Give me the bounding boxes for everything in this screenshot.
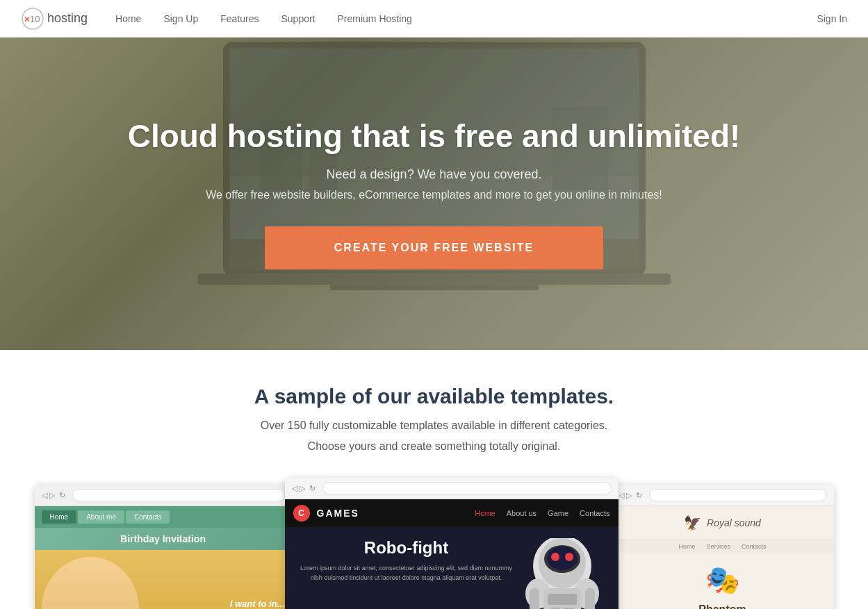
url-bar-center xyxy=(322,482,612,494)
games-title: Robo-fight xyxy=(296,538,517,558)
hero-subtitle: Need a design? We have you covered. xyxy=(128,167,741,182)
logo[interactable]: × 10 hosting xyxy=(21,7,88,31)
nav-signup[interactable]: Sign Up xyxy=(163,13,198,24)
templates-sub1: Over 150 fully customizable templates av… xyxy=(28,419,840,432)
phantom-logo-icon: 🦅 xyxy=(684,515,701,531)
left-nav-about: About me xyxy=(78,510,124,524)
nav-arrows-left: ◁ ▷ xyxy=(42,491,55,500)
template-center-content: C GAMES Home About us Game Contacts Robo… xyxy=(285,499,619,609)
phantom-logo-area: 🦅 Royal sound xyxy=(620,515,826,531)
left-nav-home: Home xyxy=(42,510,77,524)
left-invite-text: I want to in... xyxy=(230,599,285,609)
templates-sub2: Choose yours and create something totall… xyxy=(28,440,840,453)
hero-content: Cloud hosting that is free and unlimited… xyxy=(100,118,769,269)
signin-link[interactable]: Sign In xyxy=(817,13,847,24)
template-right-content: 🦅 Royal sound Home Services Contacts 🎭 P… xyxy=(612,506,834,609)
games-nav-home: Home xyxy=(475,509,495,517)
hero-cta-button[interactable]: CREATE YOUR FREE WEBSITE xyxy=(265,226,603,269)
phantom-mask-icon: 🎭 xyxy=(623,564,823,597)
phantom-title: Phantomof the Opera xyxy=(623,602,823,609)
phantom-nav-contacts: Contacts xyxy=(742,543,767,550)
svg-rect-15 xyxy=(330,285,539,290)
templates-heading: A sample of our available templates. xyxy=(28,385,840,408)
navbar: × 10 hosting Home Sign Up Features Suppo… xyxy=(0,0,868,37)
left-template-title: Birthday Invitation xyxy=(35,528,292,550)
nav-links: Home Sign Up Features Support Premium Ho… xyxy=(115,12,817,25)
templates-section: A sample of our available templates. Ove… xyxy=(0,350,868,609)
template-browser-right: ◁ ▷ ↻ 🦅 Royal sound Home Services Contac… xyxy=(612,485,834,609)
phantom-brand: Royal sound xyxy=(707,517,761,528)
nav-premium-hosting[interactable]: Premium Hosting xyxy=(338,13,412,24)
phantom-content: 🎭 Phantomof the Opera xyxy=(612,553,834,609)
games-text: Robo-fight Lorem ipsum dolor sit amet, c… xyxy=(296,538,517,609)
svg-point-20 xyxy=(551,553,559,561)
template-browsers: ◁ ▷ ↻ Home About me Contacts Birthday In… xyxy=(28,478,840,609)
person-image xyxy=(42,557,139,609)
hero-section: Cloud hosting that is free and unlimited… xyxy=(0,37,868,350)
left-nav-contacts: Contacts xyxy=(126,510,170,524)
phantom-nav-home: Home xyxy=(678,543,695,550)
svg-text:10: 10 xyxy=(30,14,40,24)
hero-title: Cloud hosting that is free and unlimited… xyxy=(128,118,741,155)
games-brand: GAMES xyxy=(317,508,359,519)
games-nav-contacts: Contacts xyxy=(580,509,609,517)
svg-rect-29 xyxy=(585,588,595,609)
template-left-content: Home About me Contacts Birthday Invitati… xyxy=(35,506,292,609)
svg-point-21 xyxy=(565,553,573,561)
hero-description: We offer free website builders, eCommerc… xyxy=(128,189,741,201)
refresh-left: ↻ xyxy=(59,491,65,500)
svg-rect-14 xyxy=(198,274,671,285)
left-text-overlay: I want to in... you to my... birthday pa… xyxy=(230,599,285,609)
svg-text:×: × xyxy=(24,14,30,24)
template-browser-center: ◁ ▷ ↻ C GAMES Home About us Game Contact… xyxy=(285,478,619,609)
nav-arrows-right: ◁ ▷ xyxy=(619,491,632,500)
nav-features[interactable]: Features xyxy=(220,13,259,24)
games-nav-about: About us xyxy=(507,509,537,517)
left-nav: Home About me Contacts xyxy=(35,506,292,528)
url-bar-left xyxy=(72,489,285,501)
games-nav: C GAMES Home About us Game Contacts xyxy=(285,499,619,527)
games-robot xyxy=(517,538,607,609)
phantom-nav-services: Services xyxy=(706,543,730,550)
games-hero: Robo-fight Lorem ipsum dolor sit amet, c… xyxy=(285,527,619,609)
phantom-header: 🦅 Royal sound xyxy=(612,506,834,540)
browser-toolbar-left: ◁ ▷ ↻ xyxy=(35,485,292,506)
games-nav-game: Game xyxy=(548,509,568,517)
template-browser-left: ◁ ▷ ↻ Home About me Contacts Birthday In… xyxy=(35,485,292,609)
nav-home[interactable]: Home xyxy=(115,13,141,24)
games-logo-circle: C xyxy=(293,505,310,522)
logo-text: hosting xyxy=(47,11,88,26)
refresh-right: ↻ xyxy=(636,491,642,500)
refresh-center: ↻ xyxy=(309,484,316,493)
svg-rect-28 xyxy=(530,588,539,609)
nav-arrows-center: ◁ ▷ xyxy=(292,484,305,493)
robot-svg xyxy=(517,538,607,609)
phantom-nav: Home Services Contacts xyxy=(612,540,834,553)
nav-support[interactable]: Support xyxy=(281,13,315,24)
left-person-area: I want to in... you to my... birthday pa… xyxy=(35,550,292,609)
logo-icon: × 10 xyxy=(21,7,44,31)
games-nav-links: Home About us Game Contacts xyxy=(475,509,609,517)
url-bar-right xyxy=(649,489,827,501)
svg-rect-25 xyxy=(548,594,577,605)
browser-toolbar-right: ◁ ▷ ↻ xyxy=(612,485,834,506)
browser-toolbar-center: ◁ ▷ ↻ xyxy=(285,478,619,499)
games-body: Lorem ipsum dolor sit amet, consectetuer… xyxy=(296,563,517,583)
